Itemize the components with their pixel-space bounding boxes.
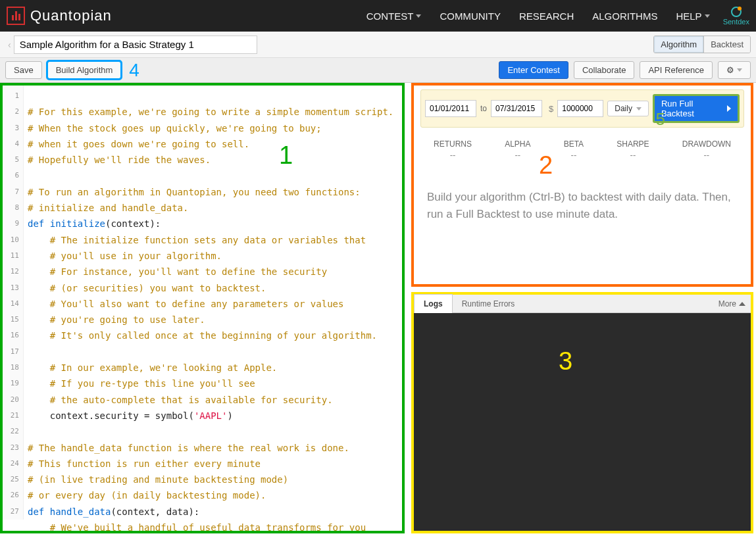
console-tabs: Logs Runtime Errors More bbox=[414, 295, 751, 313]
date-from-input[interactable] bbox=[425, 100, 476, 117]
title-bar: ‹ Algorithm Backtest bbox=[0, 32, 756, 58]
settings-button[interactable]: ⚙ bbox=[718, 61, 751, 79]
caret-down-icon bbox=[705, 14, 710, 18]
enter-contest-button[interactable]: Enter Contest bbox=[499, 61, 568, 79]
nav-contest[interactable]: CONTEST bbox=[366, 11, 422, 22]
backtest-controls: to $ Daily Run Full Backtest bbox=[420, 89, 744, 128]
view-tabs: Algorithm Backtest bbox=[653, 36, 751, 53]
line-gutter: 1234567891011121314151617181920212223242… bbox=[3, 86, 24, 520]
tab-logs[interactable]: Logs bbox=[414, 294, 453, 314]
nav-back-icon[interactable]: ‹ bbox=[5, 39, 14, 50]
nav-community[interactable]: COMMUNITY bbox=[440, 11, 501, 22]
console-output[interactable] bbox=[414, 313, 751, 531]
metrics-row: RETURNS-- ALPHA-- BETA-- SHARPE-- DRAWDO… bbox=[420, 128, 744, 165]
annotation-4: 4 bbox=[129, 60, 139, 81]
backtest-panel: 2 5 to $ Daily Run Full Backtest RETURNS… bbox=[411, 83, 753, 287]
brand-name: Quantopian bbox=[30, 7, 112, 24]
metric-sharpe: SHARPE-- bbox=[617, 139, 649, 160]
date-to-input[interactable] bbox=[491, 100, 542, 117]
nav-help[interactable]: HELP bbox=[676, 11, 709, 22]
annotation-5: 5 bbox=[656, 109, 665, 130]
tab-runtime-errors[interactable]: Runtime Errors bbox=[453, 295, 524, 313]
caret-down-icon bbox=[737, 68, 742, 72]
frequency-select[interactable]: Daily bbox=[607, 101, 649, 116]
metric-alpha: ALPHA-- bbox=[505, 139, 530, 160]
right-pane: 2 5 to $ Daily Run Full Backtest RETURNS… bbox=[405, 83, 756, 533]
save-button[interactable]: Save bbox=[5, 61, 42, 79]
metric-beta: BETA-- bbox=[564, 139, 584, 160]
nav-algorithms[interactable]: ALGORITHMS bbox=[592, 11, 657, 22]
sentdex-watermark: Sentdex bbox=[723, 7, 749, 26]
code-editor[interactable]: 1 12345678910111213141516171819202122232… bbox=[0, 83, 405, 533]
toolbar: Save Build Algorithm 4 Enter Contest Col… bbox=[0, 58, 756, 83]
build-algorithm-button[interactable]: Build Algorithm bbox=[47, 61, 122, 79]
nav-research[interactable]: RESEARCH bbox=[519, 11, 574, 22]
run-full-backtest-button[interactable]: Run Full Backtest bbox=[653, 94, 740, 123]
code-content[interactable]: # For this example, we're going to write… bbox=[24, 86, 402, 533]
logo-icon bbox=[7, 7, 25, 25]
capital-input[interactable] bbox=[557, 100, 603, 117]
metric-drawdown: DRAWDOWN-- bbox=[682, 139, 731, 160]
api-reference-button[interactable]: API Reference bbox=[640, 61, 713, 79]
console-panel: 3 Logs Runtime Errors More bbox=[411, 292, 753, 533]
metric-returns: RETURNS-- bbox=[434, 139, 472, 160]
collaborate-button[interactable]: Collaborate bbox=[574, 61, 635, 79]
dollar-icon: $ bbox=[546, 104, 553, 114]
date-to-label: to bbox=[480, 104, 487, 113]
caret-down-icon bbox=[416, 14, 421, 18]
app-header: Quantopian CONTEST COMMUNITY RESEARCH AL… bbox=[0, 0, 756, 32]
console-more-button[interactable]: More bbox=[718, 299, 751, 308]
caret-down-icon bbox=[636, 107, 642, 110]
backtest-hint: Build your algorithm (Ctrl-B) to backtes… bbox=[420, 165, 744, 222]
algorithm-title-input[interactable] bbox=[14, 36, 257, 54]
tab-algorithm[interactable]: Algorithm bbox=[654, 36, 703, 53]
tab-backtest[interactable]: Backtest bbox=[703, 36, 750, 53]
main-area: 1 12345678910111213141516171819202122232… bbox=[0, 83, 756, 533]
chevron-up-icon bbox=[739, 302, 745, 306]
gear-icon: ⚙ bbox=[726, 65, 734, 75]
chevron-right-icon bbox=[727, 105, 731, 112]
main-nav: CONTEST COMMUNITY RESEARCH ALGORITHMS HE… bbox=[366, 11, 710, 22]
